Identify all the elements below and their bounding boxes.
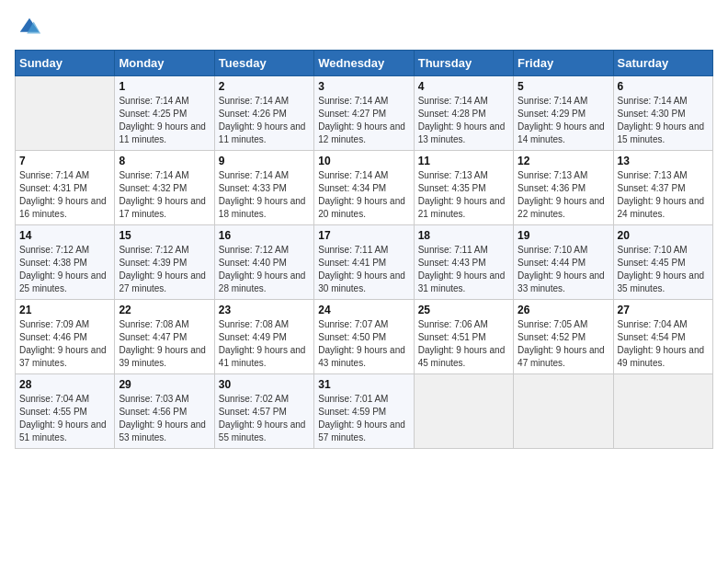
day-number: 14 xyxy=(19,229,110,242)
calendar-cell: 11 Sunrise: 7:13 AMSunset: 4:35 PMDaylig… xyxy=(414,151,513,225)
day-detail: Sunrise: 7:10 AMSunset: 4:45 PMDaylight:… xyxy=(618,244,709,295)
calendar-cell: 4 Sunrise: 7:14 AMSunset: 4:28 PMDayligh… xyxy=(414,76,513,151)
calendar-cell: 8 Sunrise: 7:14 AMSunset: 4:32 PMDayligh… xyxy=(115,151,214,225)
calendar-cell: 10 Sunrise: 7:14 AMSunset: 4:34 PMDaylig… xyxy=(314,151,414,225)
day-detail: Sunrise: 7:14 AMSunset: 4:33 PMDaylight:… xyxy=(219,169,310,221)
header xyxy=(15,15,713,40)
day-detail: Sunrise: 7:05 AMSunset: 4:52 PMDaylight:… xyxy=(518,318,609,370)
day-detail: Sunrise: 7:14 AMSunset: 4:26 PMDaylight:… xyxy=(219,95,310,146)
day-number: 25 xyxy=(418,304,509,316)
calendar-cell xyxy=(514,374,613,449)
calendar-cell: 13 Sunrise: 7:13 AMSunset: 4:37 PMDaylig… xyxy=(613,151,712,225)
day-detail: Sunrise: 7:14 AMSunset: 4:31 PMDaylight:… xyxy=(19,169,110,221)
calendar-cell: 26 Sunrise: 7:05 AMSunset: 4:52 PMDaylig… xyxy=(514,300,613,374)
calendar-cell: 20 Sunrise: 7:10 AMSunset: 4:45 PMDaylig… xyxy=(613,225,712,300)
calendar-cell xyxy=(16,76,115,151)
weekday-header: Sunday xyxy=(16,51,115,76)
weekday-header: Monday xyxy=(115,51,214,76)
day-detail: Sunrise: 7:12 AMSunset: 4:38 PMDaylight:… xyxy=(19,244,110,295)
calendar-cell: 22 Sunrise: 7:08 AMSunset: 4:47 PMDaylig… xyxy=(115,300,214,374)
weekday-header-row: SundayMondayTuesdayWednesdayThursdayFrid… xyxy=(16,51,713,76)
day-number: 17 xyxy=(318,229,409,242)
day-detail: Sunrise: 7:14 AMSunset: 4:32 PMDaylight:… xyxy=(119,169,210,221)
calendar-cell: 9 Sunrise: 7:14 AMSunset: 4:33 PMDayligh… xyxy=(214,151,313,225)
calendar-cell: 24 Sunrise: 7:07 AMSunset: 4:50 PMDaylig… xyxy=(314,300,414,374)
day-number: 26 xyxy=(518,304,609,316)
day-number: 22 xyxy=(119,304,210,316)
day-detail: Sunrise: 7:14 AMSunset: 4:28 PMDaylight:… xyxy=(418,95,509,146)
calendar-cell: 17 Sunrise: 7:11 AMSunset: 4:41 PMDaylig… xyxy=(314,225,414,300)
day-detail: Sunrise: 7:08 AMSunset: 4:47 PMDaylight:… xyxy=(119,318,210,370)
day-number: 8 xyxy=(119,155,210,167)
calendar-cell: 25 Sunrise: 7:06 AMSunset: 4:51 PMDaylig… xyxy=(414,300,513,374)
day-detail: Sunrise: 7:06 AMSunset: 4:51 PMDaylight:… xyxy=(418,318,509,370)
day-detail: Sunrise: 7:12 AMSunset: 4:40 PMDaylight:… xyxy=(219,244,310,295)
calendar-cell: 18 Sunrise: 7:11 AMSunset: 4:43 PMDaylig… xyxy=(414,225,513,300)
calendar-cell: 16 Sunrise: 7:12 AMSunset: 4:40 PMDaylig… xyxy=(214,225,313,300)
day-number: 2 xyxy=(219,80,310,93)
day-number: 29 xyxy=(119,378,210,391)
day-number: 23 xyxy=(219,304,310,316)
day-detail: Sunrise: 7:14 AMSunset: 4:25 PMDaylight:… xyxy=(119,95,210,146)
day-number: 20 xyxy=(618,229,709,242)
calendar-cell xyxy=(613,374,712,449)
weekday-header: Thursday xyxy=(414,51,513,76)
logo-icon xyxy=(17,15,42,40)
day-detail: Sunrise: 7:07 AMSunset: 4:50 PMDaylight:… xyxy=(318,318,409,370)
calendar-cell: 19 Sunrise: 7:10 AMSunset: 4:44 PMDaylig… xyxy=(514,225,613,300)
day-number: 24 xyxy=(318,304,409,316)
calendar-cell: 23 Sunrise: 7:08 AMSunset: 4:49 PMDaylig… xyxy=(214,300,313,374)
day-detail: Sunrise: 7:10 AMSunset: 4:44 PMDaylight:… xyxy=(518,244,609,295)
calendar-cell: 1 Sunrise: 7:14 AMSunset: 4:25 PMDayligh… xyxy=(115,76,214,151)
day-number: 31 xyxy=(318,378,409,391)
day-number: 18 xyxy=(418,229,509,242)
weekday-header: Tuesday xyxy=(214,51,313,76)
day-number: 1 xyxy=(119,80,210,93)
calendar-cell: 2 Sunrise: 7:14 AMSunset: 4:26 PMDayligh… xyxy=(214,76,313,151)
day-number: 11 xyxy=(418,155,509,167)
day-detail: Sunrise: 7:13 AMSunset: 4:36 PMDaylight:… xyxy=(518,169,609,221)
calendar-cell: 21 Sunrise: 7:09 AMSunset: 4:46 PMDaylig… xyxy=(16,300,115,374)
day-detail: Sunrise: 7:01 AMSunset: 4:59 PMDaylight:… xyxy=(318,393,409,444)
day-number: 15 xyxy=(119,229,210,242)
day-detail: Sunrise: 7:12 AMSunset: 4:39 PMDaylight:… xyxy=(119,244,210,295)
calendar-cell: 31 Sunrise: 7:01 AMSunset: 4:59 PMDaylig… xyxy=(314,374,414,449)
day-detail: Sunrise: 7:13 AMSunset: 4:37 PMDaylight:… xyxy=(618,169,709,221)
day-detail: Sunrise: 7:02 AMSunset: 4:57 PMDaylight:… xyxy=(219,393,310,444)
calendar-cell: 15 Sunrise: 7:12 AMSunset: 4:39 PMDaylig… xyxy=(115,225,214,300)
day-number: 3 xyxy=(318,80,409,93)
day-number: 19 xyxy=(518,229,609,242)
weekday-header: Saturday xyxy=(613,51,712,76)
calendar-cell: 30 Sunrise: 7:02 AMSunset: 4:57 PMDaylig… xyxy=(214,374,313,449)
day-detail: Sunrise: 7:08 AMSunset: 4:49 PMDaylight:… xyxy=(219,318,310,370)
calendar-week-row: 7 Sunrise: 7:14 AMSunset: 4:31 PMDayligh… xyxy=(16,151,713,225)
day-number: 12 xyxy=(518,155,609,167)
calendar-cell: 3 Sunrise: 7:14 AMSunset: 4:27 PMDayligh… xyxy=(314,76,414,151)
day-number: 21 xyxy=(19,304,110,316)
day-detail: Sunrise: 7:11 AMSunset: 4:43 PMDaylight:… xyxy=(418,244,509,295)
day-number: 27 xyxy=(618,304,709,316)
day-detail: Sunrise: 7:09 AMSunset: 4:46 PMDaylight:… xyxy=(19,318,110,370)
weekday-header: Friday xyxy=(514,51,613,76)
day-detail: Sunrise: 7:14 AMSunset: 4:29 PMDaylight:… xyxy=(518,95,609,146)
day-number: 28 xyxy=(19,378,110,391)
calendar-week-row: 28 Sunrise: 7:04 AMSunset: 4:55 PMDaylig… xyxy=(16,374,713,449)
day-number: 5 xyxy=(518,80,609,93)
day-number: 13 xyxy=(618,155,709,167)
calendar-cell: 28 Sunrise: 7:04 AMSunset: 4:55 PMDaylig… xyxy=(16,374,115,449)
weekday-header: Wednesday xyxy=(314,51,414,76)
day-detail: Sunrise: 7:14 AMSunset: 4:27 PMDaylight:… xyxy=(318,95,409,146)
calendar-cell: 7 Sunrise: 7:14 AMSunset: 4:31 PMDayligh… xyxy=(16,151,115,225)
day-detail: Sunrise: 7:11 AMSunset: 4:41 PMDaylight:… xyxy=(318,244,409,295)
calendar-cell: 29 Sunrise: 7:03 AMSunset: 4:56 PMDaylig… xyxy=(115,374,214,449)
calendar-week-row: 21 Sunrise: 7:09 AMSunset: 4:46 PMDaylig… xyxy=(16,300,713,374)
calendar-cell: 6 Sunrise: 7:14 AMSunset: 4:30 PMDayligh… xyxy=(613,76,712,151)
calendar-cell: 14 Sunrise: 7:12 AMSunset: 4:38 PMDaylig… xyxy=(16,225,115,300)
calendar-cell xyxy=(414,374,513,449)
calendar-cell: 12 Sunrise: 7:13 AMSunset: 4:36 PMDaylig… xyxy=(514,151,613,225)
day-detail: Sunrise: 7:04 AMSunset: 4:54 PMDaylight:… xyxy=(618,318,709,370)
day-number: 6 xyxy=(618,80,709,93)
day-number: 4 xyxy=(418,80,509,93)
calendar-week-row: 1 Sunrise: 7:14 AMSunset: 4:25 PMDayligh… xyxy=(16,76,713,151)
logo xyxy=(15,15,42,40)
